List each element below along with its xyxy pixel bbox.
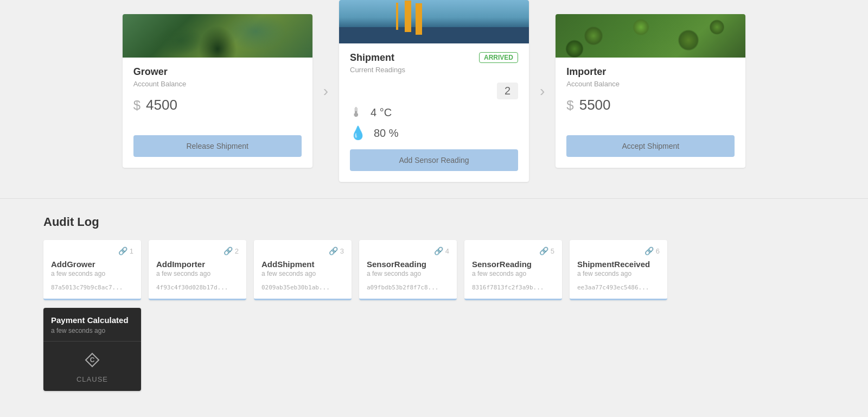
- audit-card-4-header: 🔗 4: [367, 247, 449, 255]
- clause-label: CLAUSE: [76, 375, 108, 383]
- audit-card-5-num-value: 5: [551, 247, 554, 255]
- audit-card-6-header: 🔗 6: [577, 247, 660, 255]
- temperature-value: 4 °C: [371, 106, 392, 119]
- audit-card-4-time: a few seconds ago: [367, 270, 449, 277]
- audit-card-3-time: a few seconds ago: [261, 270, 344, 277]
- arrow-2: ›: [540, 83, 545, 100]
- importer-card-body: Importer Account Balance $ 5500 Accept S…: [556, 58, 745, 168]
- grower-balance-value: 4500: [146, 97, 177, 113]
- audit-card-2-hash: 4f93c4f30d028b17d...: [156, 284, 239, 291]
- audit-card-5-header: 🔗 5: [472, 247, 554, 255]
- audit-card-6-name: ShipmentReceived: [577, 260, 660, 269]
- payment-calculated-card: Payment Calculated a few seconds ago C C…: [43, 308, 141, 391]
- grower-card-body: Grower Account Balance $ 4500 Release Sh…: [123, 58, 312, 168]
- humidity-value: 80 %: [374, 127, 399, 140]
- payment-card-name: Payment Calculated: [51, 315, 133, 325]
- chain-icon-3: 🔗: [329, 247, 338, 255]
- payment-card-bottom: C CLAUSE: [43, 341, 141, 391]
- add-sensor-reading-button[interactable]: Add Sensor Reading: [350, 149, 518, 171]
- audit-card-1-time: a few seconds ago: [51, 270, 133, 277]
- importer-balance: $ 5500: [566, 97, 735, 113]
- payment-card-time: a few seconds ago: [51, 327, 133, 334]
- grower-card: Grower Account Balance $ 4500 Release Sh…: [123, 14, 312, 168]
- audit-card-1-header: 🔗 1: [51, 247, 133, 255]
- payment-row: Payment Calculated a few seconds ago C C…: [43, 308, 825, 391]
- audit-card-5: 🔗 5 SensorReading a few seconds ago 8316…: [464, 240, 562, 300]
- audit-log-section: Audit Log 🔗 1 AddGrower a few seconds ag…: [0, 199, 868, 407]
- card-wrapper: Grower Account Balance $ 4500 Release Sh…: [123, 0, 746, 182]
- shipment-title: Shipment: [350, 52, 405, 64]
- importer-card: Importer Account Balance $ 5500 Accept S…: [556, 14, 745, 168]
- audit-card-1: 🔗 1 AddGrower a few seconds ago 87a5013c…: [43, 240, 141, 300]
- audit-card-4-num: 🔗 4: [434, 247, 449, 255]
- importer-balance-value: 5500: [579, 97, 611, 113]
- audit-card-3-header: 🔗 3: [261, 247, 344, 255]
- audit-card-5-num: 🔗 5: [539, 247, 554, 255]
- shipment-card-body: Shipment Current Readings ARRIVED 2 🌡 4 …: [339, 43, 529, 182]
- audit-card-2-header: 🔗 2: [156, 247, 239, 255]
- dollar-icon: $: [133, 98, 141, 113]
- thermometer-icon: 🌡: [350, 105, 363, 120]
- chain-icon-4: 🔗: [434, 247, 443, 255]
- shipment-card: Shipment Current Readings ARRIVED 2 🌡 4 …: [339, 0, 529, 182]
- audit-log-title: Audit Log: [43, 215, 825, 229]
- sensor-count-badge: 2: [497, 83, 518, 99]
- arrived-badge: ARRIVED: [479, 52, 518, 63]
- audit-card-3: 🔗 3 AddShipment a few seconds ago 0209ab…: [254, 240, 352, 300]
- audit-card-2-num-value: 2: [235, 247, 239, 255]
- payment-card-top: Payment Calculated a few seconds ago: [43, 308, 141, 341]
- audit-card-5-name: SensorReading: [472, 260, 554, 269]
- importer-subtitle: Account Balance: [566, 80, 735, 88]
- importer-title: Importer: [566, 66, 735, 78]
- audit-card-2: 🔗 2 AddImporter a few seconds ago 4f93c4…: [149, 240, 246, 300]
- audit-card-1-num-value: 1: [130, 247, 133, 255]
- release-shipment-button[interactable]: Release Shipment: [133, 135, 302, 157]
- grower-subtitle: Account Balance: [133, 80, 302, 88]
- humidity-icon: 💧: [350, 125, 366, 141]
- audit-card-1-num: 🔗 1: [118, 247, 133, 255]
- cards-section: Grower Account Balance $ 4500 Release Sh…: [0, 0, 868, 198]
- audit-card-3-name: AddShipment: [261, 260, 344, 269]
- chain-icon-2: 🔗: [224, 247, 233, 255]
- shipment-image: [339, 0, 529, 43]
- audit-card-4: 🔗 4 SensorReading a few seconds ago a09f…: [359, 240, 457, 300]
- audit-card-4-num-value: 4: [445, 247, 449, 255]
- humidity-row: 💧 80 %: [350, 125, 518, 141]
- audit-card-4-name: SensorReading: [367, 260, 449, 269]
- audit-card-6-num-value: 6: [656, 247, 660, 255]
- audit-card-1-hash: 87a5013c79b9c8ac7...: [51, 284, 133, 291]
- audit-card-2-num: 🔗 2: [224, 247, 239, 255]
- shipment-header: Shipment Current Readings ARRIVED: [350, 52, 518, 83]
- audit-card-6-time: a few seconds ago: [577, 270, 660, 277]
- audit-cards-row: 🔗 1 AddGrower a few seconds ago 87a5013c…: [43, 240, 825, 300]
- audit-card-5-hash: 8316f7813fc2f3a9b...: [472, 284, 554, 291]
- accept-shipment-button[interactable]: Accept Shipment: [566, 135, 735, 157]
- temperature-row: 🌡 4 °C: [350, 105, 518, 120]
- arrow-1: ›: [323, 83, 328, 100]
- audit-card-5-time: a few seconds ago: [472, 270, 554, 277]
- chain-icon-1: 🔗: [118, 247, 127, 255]
- audit-card-4-hash: a09fbdb53b2f8f7c8...: [367, 284, 449, 291]
- clause-logo-icon: C: [81, 349, 103, 371]
- grower-title: Grower: [133, 66, 302, 78]
- grower-image: [123, 14, 312, 58]
- audit-card-2-time: a few seconds ago: [156, 270, 239, 277]
- audit-card-6: 🔗 6 ShipmentReceived a few seconds ago e…: [570, 240, 667, 300]
- audit-card-2-name: AddImporter: [156, 260, 239, 269]
- chain-icon-6: 🔗: [644, 247, 654, 255]
- shipment-title-group: Shipment Current Readings: [350, 52, 405, 83]
- audit-card-6-num: 🔗 6: [644, 247, 660, 255]
- grower-balance: $ 4500: [133, 97, 302, 113]
- audit-card-1-name: AddGrower: [51, 260, 133, 269]
- audit-card-3-num: 🔗 3: [329, 247, 344, 255]
- audit-card-3-num-value: 3: [340, 247, 344, 255]
- audit-card-3-hash: 0209ab35eb30b1ab...: [261, 284, 344, 291]
- audit-card-6-hash: ee3aa77c493ec5486...: [577, 284, 660, 291]
- svg-text:C: C: [90, 356, 95, 364]
- importer-image: [556, 14, 745, 58]
- shipment-subtitle: Current Readings: [350, 66, 405, 74]
- importer-dollar-icon: $: [566, 98, 573, 113]
- chain-icon-5: 🔗: [539, 247, 548, 255]
